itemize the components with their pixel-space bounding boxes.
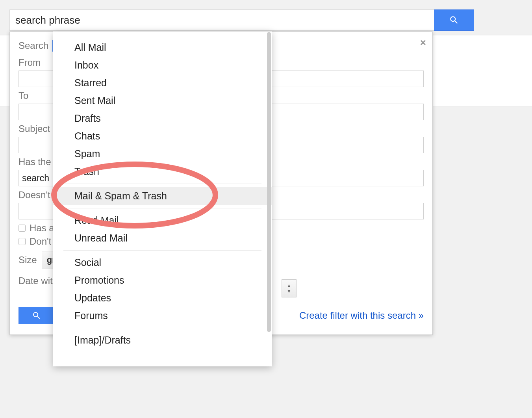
dropdown-option-promotions[interactable]: Promotions (53, 271, 272, 289)
size-unit-stepper[interactable]: ▲ ▼ (282, 279, 297, 297)
search-icon (449, 15, 459, 25)
dropdown-option-trash[interactable]: Trash (53, 163, 272, 180)
dropdown-separator (63, 250, 261, 251)
dropdown-option-forums[interactable]: Forums (53, 307, 272, 325)
dropdown-list: All Mail Inbox Starred Sent Mail Drafts … (53, 32, 272, 349)
dropdown-option-updates[interactable]: Updates (53, 289, 272, 307)
panel-search-button[interactable] (19, 307, 55, 324)
chevron-up-icon: ▲ (287, 283, 291, 288)
dropdown-option-spam[interactable]: Spam (53, 145, 272, 163)
search-icon (32, 311, 41, 320)
has-attachment-label: Has a (30, 223, 54, 234)
dropdown-option-imap-drafts[interactable]: [Imap]/Drafts (53, 331, 272, 349)
dropdown-separator (63, 184, 261, 184)
search-button[interactable] (434, 9, 474, 31)
dropdown-option-drafts[interactable]: Drafts (53, 110, 272, 127)
search-input[interactable] (9, 9, 434, 31)
search-wrap (9, 9, 474, 31)
dropdown-scrollbar[interactable] (267, 32, 271, 332)
size-label: Size (19, 255, 37, 266)
chevron-down-icon: ▼ (287, 289, 291, 294)
search-bar-area (0, 0, 532, 35)
dropdown-separator (63, 328, 261, 328)
search-scope-dropdown: All Mail Inbox Starred Sent Mail Drafts … (53, 32, 272, 366)
dropdown-option-sent-mail[interactable]: Sent Mail (53, 92, 272, 110)
dropdown-option-all-mail[interactable]: All Mail (53, 39, 272, 56)
dropdown-option-unread-mail[interactable]: Unread Mail (53, 229, 272, 247)
dropdown-option-social[interactable]: Social (53, 254, 272, 271)
create-filter-link[interactable]: Create filter with this search » (299, 310, 424, 321)
dropdown-option-mail-spam-trash[interactable]: Mail & Spam & Trash (53, 187, 272, 205)
dropdown-option-inbox[interactable]: Inbox (53, 56, 272, 74)
close-icon[interactable]: × (420, 37, 426, 48)
search-scope-label: Search (19, 40, 48, 51)
dropdown-option-starred[interactable]: Starred (53, 74, 272, 92)
has-attachment-checkbox[interactable] (19, 225, 26, 232)
dont-include-label: Don't (30, 236, 51, 247)
dropdown-option-chats[interactable]: Chats (53, 127, 272, 145)
dropdown-option-read-mail[interactable]: Read Mail (53, 212, 272, 229)
dont-include-checkbox[interactable] (19, 238, 26, 245)
dropdown-separator (63, 208, 261, 208)
